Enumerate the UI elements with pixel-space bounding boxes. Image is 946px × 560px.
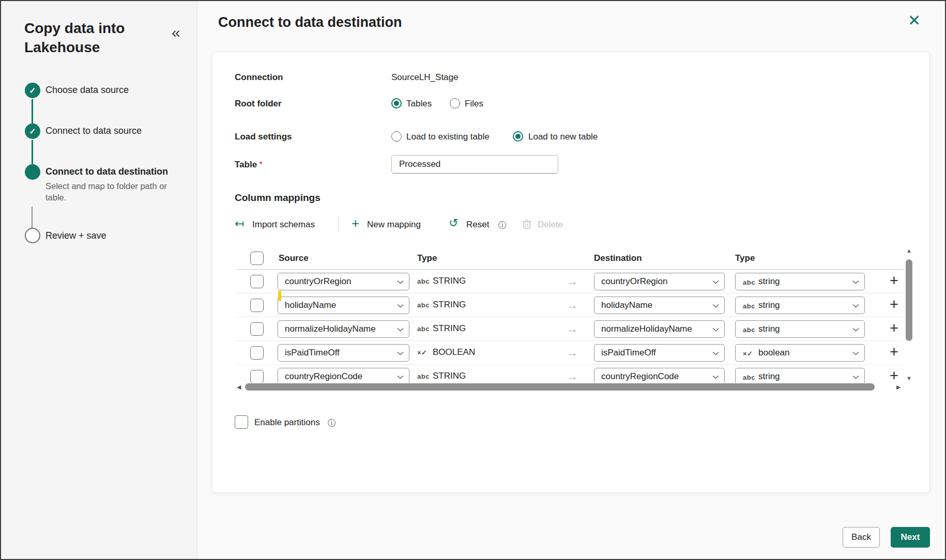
- load-existing-table-radio[interactable]: [391, 131, 402, 142]
- chevron-down-icon: [712, 304, 719, 308]
- source-type-value: BOOLEAN: [433, 347, 475, 357]
- source-column-value: normalizeHolidayName: [285, 324, 376, 334]
- mapping-row: countryOrRegion abc STRING → countryOrRe…: [236, 270, 904, 293]
- next-button[interactable]: Next: [891, 527, 930, 548]
- sidebar-step-review-save[interactable]: Review + save: [45, 230, 106, 241]
- destination-type-value: string: [758, 371, 780, 382]
- delete-button[interactable]: Delete: [538, 220, 563, 230]
- chevron-down-icon: [397, 280, 404, 284]
- dest-type-column-header: Type: [735, 253, 755, 263]
- source-type-icon: abc: [417, 301, 430, 309]
- horizontal-scrollbar-thumb[interactable]: [245, 383, 875, 391]
- row-checkbox[interactable]: [250, 346, 264, 360]
- select-all-checkbox[interactable]: [250, 252, 264, 265]
- source-column-dropdown[interactable]: normalizeHolidayName: [278, 320, 409, 338]
- chevron-down-icon: [852, 375, 859, 379]
- destination-column-value: holidayName: [601, 300, 652, 310]
- files-radio[interactable]: [450, 98, 460, 108]
- close-icon[interactable]: ✕: [908, 11, 921, 29]
- enable-partitions-checkbox[interactable]: [235, 415, 248, 429]
- plus-icon: +: [352, 215, 359, 231]
- wizard-sidebar: Copy data into Lakehouse « ✓ Choose data…: [1, 1, 197, 559]
- destination-column-dropdown[interactable]: isPaidTimeOff: [594, 344, 725, 362]
- chevron-down-icon: [397, 351, 404, 355]
- source-column-value: isPaidTimeOff: [285, 348, 340, 358]
- toolbar-divider: [338, 217, 339, 231]
- chevron-down-icon: [712, 280, 719, 284]
- reset-info-icon[interactable]: ⓘ: [498, 220, 507, 231]
- add-mapping-row-icon[interactable]: +: [890, 320, 898, 337]
- destination-column-dropdown[interactable]: countryRegionCode: [594, 368, 725, 383]
- load-existing-table-label[interactable]: Load to existing table: [406, 132, 490, 142]
- add-mapping-row-icon[interactable]: +: [890, 272, 898, 289]
- text-cursor-highlight: [278, 291, 281, 301]
- scroll-right-icon[interactable]: ▶: [896, 384, 901, 391]
- import-icon: ↤: [235, 217, 244, 230]
- reset-button[interactable]: Reset: [466, 220, 489, 230]
- row-checkbox[interactable]: [250, 370, 264, 383]
- destination-type-dropdown[interactable]: abc string: [735, 320, 865, 338]
- source-type-value: STRING: [433, 371, 466, 381]
- step3-current-icon: [25, 164, 40, 180]
- collapse-sidebar-icon[interactable]: «: [172, 24, 180, 41]
- step-description: Select and map to folder path or table.: [45, 180, 176, 203]
- new-mapping-button[interactable]: New mapping: [367, 220, 421, 230]
- destination-type-dropdown[interactable]: ×✓ boolean: [735, 344, 865, 362]
- mapping-arrow-icon: →: [566, 322, 578, 336]
- connection-label: Connection: [235, 72, 283, 83]
- mapping-arrow-icon: →: [566, 346, 578, 360]
- scroll-left-icon[interactable]: ◀: [237, 384, 241, 391]
- load-new-table-label[interactable]: Load to new table: [528, 132, 598, 142]
- root-folder-label: Root folder: [235, 99, 282, 109]
- column-mappings-title: Column mappings: [235, 192, 321, 204]
- enable-partitions-label[interactable]: Enable partitions: [254, 417, 320, 428]
- destination-column-value: countryRegionCode: [601, 371, 679, 382]
- import-schemas-button[interactable]: Import schemas: [252, 220, 315, 230]
- destination-type-icon: abc: [743, 278, 755, 286]
- files-radio-label[interactable]: Files: [465, 99, 483, 109]
- mapping-row: isPaidTimeOff ×✓ BOOLEAN → isPaidTimeOff…: [236, 341, 904, 365]
- connection-value: SourceLH_Stage: [391, 72, 458, 83]
- source-column-header: Source: [279, 253, 309, 263]
- chevron-down-icon: [397, 304, 404, 308]
- destination-type-value: string: [758, 324, 780, 334]
- load-new-table-radio[interactable]: [513, 131, 523, 142]
- source-type-icon: abc: [417, 277, 430, 285]
- destination-type-dropdown[interactable]: abc string: [735, 368, 865, 383]
- source-type-icon: ×✓: [417, 349, 427, 356]
- destination-column-dropdown[interactable]: holidayName: [594, 297, 725, 314]
- row-checkbox[interactable]: [250, 299, 264, 312]
- destination-column-dropdown[interactable]: normalizeHolidayName: [594, 320, 725, 338]
- scroll-down-icon[interactable]: ▼: [906, 375, 912, 381]
- destination-type-dropdown[interactable]: abc string: [735, 297, 865, 314]
- row-checkbox[interactable]: [250, 275, 264, 288]
- add-mapping-row-icon[interactable]: +: [890, 296, 898, 313]
- load-settings-label: Load settings: [235, 132, 292, 142]
- chevron-down-icon: [852, 328, 859, 332]
- sidebar-step-connect-data-source[interactable]: Connect to data source: [45, 126, 142, 136]
- tables-radio[interactable]: [391, 98, 402, 108]
- source-type-value: STRING: [433, 276, 466, 286]
- destination-type-dropdown[interactable]: abc string: [735, 273, 865, 290]
- mapping-row: normalizeHolidayName abc STRING → normal…: [236, 317, 904, 341]
- source-column-dropdown[interactable]: countryRegionCode: [278, 368, 409, 383]
- step-connector: [32, 207, 33, 228]
- add-mapping-row-icon[interactable]: +: [890, 367, 898, 383]
- partitions-info-icon[interactable]: ⓘ: [328, 418, 336, 429]
- source-column-value: holidayName: [285, 300, 336, 310]
- back-button[interactable]: Back: [843, 527, 880, 548]
- source-column-dropdown[interactable]: countryOrRegion: [278, 273, 409, 290]
- source-column-dropdown[interactable]: isPaidTimeOff: [278, 344, 409, 362]
- destination-type-icon: abc: [743, 302, 755, 310]
- sidebar-step-connect-data-destination[interactable]: Connect to data destination: [45, 166, 168, 177]
- add-mapping-row-icon[interactable]: +: [890, 344, 898, 361]
- destination-column-dropdown[interactable]: countryOrRegion: [594, 273, 725, 290]
- mapping-arrow-icon: →: [566, 369, 578, 383]
- tables-radio-label[interactable]: Tables: [406, 99, 432, 109]
- table-name-input[interactable]: [391, 155, 558, 174]
- row-checkbox[interactable]: [250, 322, 264, 336]
- sidebar-step-choose-data-source[interactable]: Choose data source: [45, 85, 129, 96]
- vertical-scrollbar-thumb[interactable]: [906, 259, 912, 341]
- source-column-dropdown[interactable]: holidayName: [278, 297, 409, 314]
- scroll-up-icon[interactable]: ▲: [906, 247, 912, 254]
